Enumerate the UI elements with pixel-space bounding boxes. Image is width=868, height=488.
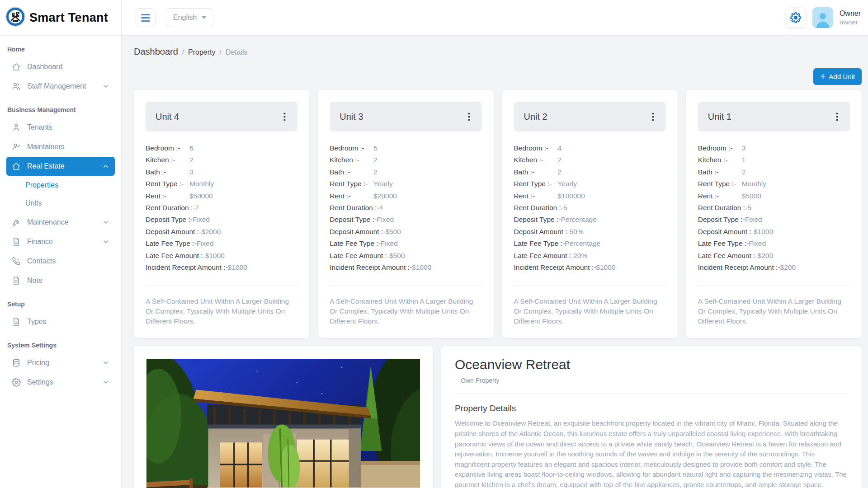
unit-field-label: Rent Type :- xyxy=(146,178,189,190)
unit-field-label: Deposit Amount :- xyxy=(698,228,754,235)
hamburger-menu-button[interactable] xyxy=(136,8,156,27)
unit-field-value: Percentage xyxy=(561,216,596,223)
sidebar-item-dashboard[interactable]: Dashboard xyxy=(6,57,115,76)
sidebar-item-finance[interactable]: Finance xyxy=(6,232,115,251)
app-root: Smart Tenant HomeDashboardStaff Manageme… xyxy=(0,0,868,488)
unit-field-value: 4 xyxy=(558,144,562,152)
property-photo xyxy=(146,359,420,488)
unit-field-label: Rent Duration :- xyxy=(698,204,747,211)
unit-field-value: $500 xyxy=(389,252,405,259)
sidebar-item-label: Real Estate xyxy=(27,162,65,170)
unit-field-incident-receipt-amount: Incident Receipt Amount :-$200 xyxy=(698,262,850,273)
home-icon xyxy=(12,162,21,171)
sidebar-item-pricing[interactable]: Pricing xyxy=(6,353,115,372)
unit-field-value: $1000 xyxy=(205,252,225,259)
unit-field-incident-receipt-amount: Incident Receipt Amount :-$1000 xyxy=(514,262,666,273)
unit-field-rent-type: Rent Type :-Monthly xyxy=(146,178,297,190)
unit-field-label: Rent Type :- xyxy=(514,178,558,190)
unit-field-deposit-type: Deposit Type :-Fixed xyxy=(330,214,481,225)
unit-field-value: 2 xyxy=(373,168,377,176)
sidebar-item-tenants[interactable]: Tenants xyxy=(6,118,115,137)
unit-field-value: Percentage xyxy=(565,239,600,247)
brand[interactable]: Smart Tenant xyxy=(0,0,121,36)
unit-field-late-fee-amount: Late Fee Amount :-20% xyxy=(514,250,666,262)
unit-card-unit-1: Unit 1Bedroom :-3Kitchen :-1Bath :-2Rent… xyxy=(686,90,862,338)
unit-field-value: $500 xyxy=(385,228,401,235)
unit-description: A Self-Contained Unit Within A Larger Bu… xyxy=(698,296,850,326)
sidebar-item-real-estate[interactable]: Real Estate xyxy=(6,157,115,176)
unit-field-label: Rent Duration :- xyxy=(146,204,195,211)
unit-field-rent-type: Rent Type :-Yearly xyxy=(330,178,481,190)
chevron-down-icon xyxy=(102,219,109,226)
sidebar-item-types[interactable]: Types xyxy=(6,312,115,331)
unit-field-value: 2 xyxy=(373,156,377,164)
unit-field-label: Late Fee Type :- xyxy=(146,239,197,247)
avatar[interactable] xyxy=(812,7,833,28)
property-description: Welcome to Oceanview Retreat, an exquisi… xyxy=(455,418,848,488)
sidebar-item-label: Settings xyxy=(27,378,53,386)
unit-field-label: Bedroom :- xyxy=(330,142,373,154)
unit-field-value: Yearly xyxy=(558,180,577,188)
unit-field-value: $1000 xyxy=(228,263,247,271)
sidebar-item-contacts[interactable]: Contacts xyxy=(6,252,115,271)
unit-field-rent-duration: Rent Duration :-5 xyxy=(514,202,666,214)
breadcrumb-dashboard[interactable]: Dashboard xyxy=(134,47,178,57)
breadcrumb-property[interactable]: Property xyxy=(188,48,215,56)
unit-field-label: Rent Duration :- xyxy=(330,204,379,211)
unit-field-bath: Bath :-2 xyxy=(698,166,850,178)
caret-down-icon xyxy=(202,16,206,19)
user-check-icon xyxy=(12,142,21,151)
unit-menu-button[interactable] xyxy=(834,111,840,123)
add-unit-button[interactable]: + Add Unit xyxy=(813,68,862,85)
sidebar-subitem-units[interactable]: Units xyxy=(0,194,121,212)
chevron-down-icon xyxy=(102,83,109,90)
unit-field-label: Deposit Type :- xyxy=(330,216,377,223)
language-select[interactable]: English xyxy=(166,8,213,27)
main-area: English Owner ow xyxy=(122,0,868,488)
unit-field-label: Deposit Type :- xyxy=(146,216,193,223)
unit-field-value: 5 xyxy=(747,204,751,211)
add-unit-label: Add Unit xyxy=(829,73,855,80)
unit-field-label: Rent :- xyxy=(330,190,373,202)
gear-icon xyxy=(12,378,21,387)
wrench-icon xyxy=(12,218,21,227)
unit-field-label: Rent :- xyxy=(698,190,742,202)
unit-field-bedroom: Bedroom :-6 xyxy=(146,142,297,154)
unit-field-label: Kitchen :- xyxy=(514,154,558,166)
unit-field-bedroom: Bedroom :-4 xyxy=(514,142,666,154)
unit-menu-button[interactable] xyxy=(466,111,472,123)
divider xyxy=(455,394,848,394)
unit-card-unit-4: Unit 4Bedroom :-6Kitchen :-2Bath :-3Rent… xyxy=(134,90,309,338)
unit-field-value: 2 xyxy=(742,168,746,176)
sidebar-section-header: Home xyxy=(0,36,121,57)
sidebar-item-label: Staff Management xyxy=(27,82,86,90)
unit-menu-button[interactable] xyxy=(650,111,656,123)
unit-field-value: Fixed xyxy=(381,239,398,247)
unit-title: Unit 4 xyxy=(156,112,179,122)
unit-field-incident-receipt-amount: Incident Receipt Amount :-$1000 xyxy=(146,262,297,273)
unit-field-label: Bedroom :- xyxy=(146,142,189,154)
unit-field-kitchen: Kitchen :-2 xyxy=(146,154,297,166)
sidebar-item-label: Maintenance xyxy=(27,218,69,226)
sidebar-item-label: Finance xyxy=(27,238,53,246)
property-section: Oceanview Retreat Own Property Property … xyxy=(134,346,862,488)
breadcrumb-separator: / xyxy=(219,48,221,56)
sidebar-item-maintainers[interactable]: Maintainers xyxy=(6,137,115,156)
unit-field-value: $5000 xyxy=(742,192,761,200)
unit-menu-button[interactable] xyxy=(282,111,288,123)
sidebar-subitem-properties[interactable]: Properties xyxy=(0,176,121,194)
unit-field-rent-duration: Rent Duration :-5 xyxy=(698,202,850,214)
sidebar-item-note[interactable]: Note xyxy=(6,271,115,290)
unit-field-value: 4 xyxy=(379,204,383,211)
file-icon xyxy=(12,317,21,326)
unit-field-value: $1000 xyxy=(754,228,773,235)
unit-field-late-fee-type: Late Fee Type :-Percentage xyxy=(514,238,666,249)
sidebar-item-maintenance[interactable]: Maintenance xyxy=(6,213,115,232)
sidebar-item-label: Dashboard xyxy=(27,63,62,71)
property-photo-card xyxy=(134,346,433,488)
settings-button[interactable] xyxy=(786,8,806,28)
unit-field-value: 3 xyxy=(742,144,746,152)
unit-field-value: $50000 xyxy=(189,192,213,200)
sidebar-item-settings[interactable]: Settings xyxy=(6,373,115,392)
sidebar-item-staff-management[interactable]: Staff Management xyxy=(6,77,115,96)
